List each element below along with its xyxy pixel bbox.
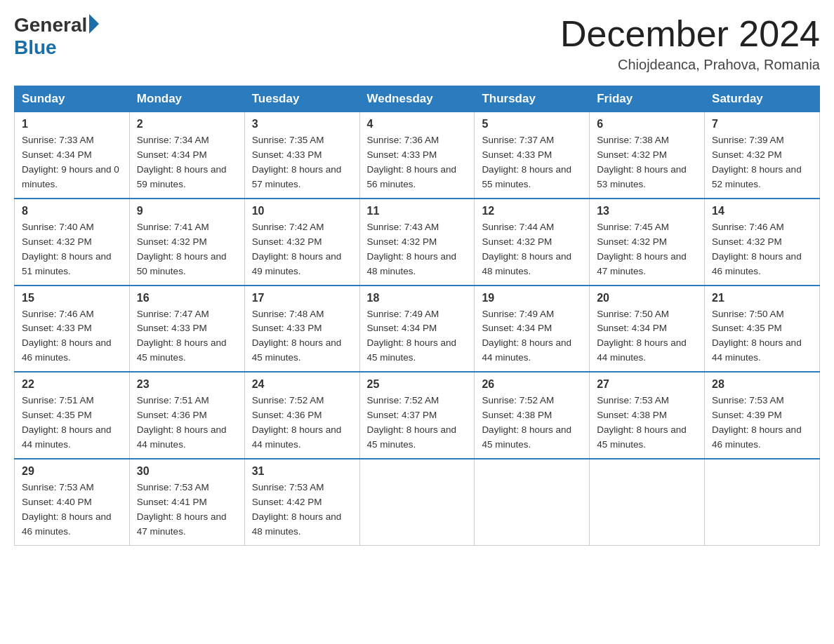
day-number: 28 <box>712 378 812 391</box>
weekday-header-sunday: Sunday <box>15 86 130 112</box>
day-cell-29: 29Sunrise: 7:53 AMSunset: 4:40 PMDayligh… <box>15 459 130 545</box>
day-cell-22: 22Sunrise: 7:51 AMSunset: 4:35 PMDayligh… <box>15 372 130 459</box>
weekday-header-saturday: Saturday <box>705 86 820 112</box>
day-cell-17: 17Sunrise: 7:48 AMSunset: 4:33 PMDayligh… <box>244 286 359 373</box>
day-cell-8: 8Sunrise: 7:40 AMSunset: 4:32 PMDaylight… <box>15 199 130 286</box>
day-number: 15 <box>22 292 122 304</box>
day-cell-10: 10Sunrise: 7:42 AMSunset: 4:32 PMDayligh… <box>244 199 359 286</box>
day-info: Sunrise: 7:53 AMSunset: 4:42 PMDaylight:… <box>252 482 342 537</box>
day-number: 5 <box>482 118 582 130</box>
day-info: Sunrise: 7:35 AMSunset: 4:33 PMDaylight:… <box>252 135 342 189</box>
logo-general-text: General <box>14 14 87 36</box>
day-cell-26: 26Sunrise: 7:52 AMSunset: 4:38 PMDayligh… <box>475 372 590 459</box>
day-number: 29 <box>22 465 122 478</box>
day-number: 22 <box>22 378 122 391</box>
day-info: Sunrise: 7:37 AMSunset: 4:33 PMDaylight:… <box>482 135 571 189</box>
day-info: Sunrise: 7:38 AMSunset: 4:32 PMDaylight:… <box>597 135 687 189</box>
empty-cell <box>705 459 820 545</box>
week-row-2: 8Sunrise: 7:40 AMSunset: 4:32 PMDaylight… <box>15 199 820 286</box>
day-info: Sunrise: 7:50 AMSunset: 4:34 PMDaylight:… <box>597 309 687 363</box>
page-title: December 2024 <box>560 14 820 54</box>
day-cell-2: 2Sunrise: 7:34 AMSunset: 4:34 PMDaylight… <box>129 112 244 199</box>
day-info: Sunrise: 7:47 AMSunset: 4:33 PMDaylight:… <box>137 309 227 363</box>
logo-blue-text: Blue <box>14 36 57 59</box>
weekday-header-tuesday: Tuesday <box>244 86 359 112</box>
day-info: Sunrise: 7:46 AMSunset: 4:32 PMDaylight:… <box>712 222 802 276</box>
day-cell-28: 28Sunrise: 7:53 AMSunset: 4:39 PMDayligh… <box>705 372 820 459</box>
subtitle: Chiojdeanca, Prahova, Romania <box>560 57 820 73</box>
day-cell-1: 1Sunrise: 7:33 AMSunset: 4:34 PMDaylight… <box>15 112 130 199</box>
day-number: 24 <box>252 378 352 391</box>
day-info: Sunrise: 7:43 AMSunset: 4:32 PMDaylight:… <box>367 222 457 276</box>
day-number: 26 <box>482 378 582 391</box>
empty-cell <box>359 459 475 545</box>
day-cell-12: 12Sunrise: 7:44 AMSunset: 4:32 PMDayligh… <box>475 199 590 286</box>
day-info: Sunrise: 7:46 AMSunset: 4:33 PMDaylight:… <box>22 309 112 363</box>
day-number: 2 <box>137 118 237 130</box>
header: General Blue December 2024 Chiojdeanca, … <box>14 14 820 73</box>
logo: General Blue <box>14 14 99 59</box>
day-number: 7 <box>712 118 812 130</box>
day-info: Sunrise: 7:52 AMSunset: 4:38 PMDaylight:… <box>482 395 571 450</box>
day-number: 14 <box>712 205 812 217</box>
day-info: Sunrise: 7:53 AMSunset: 4:38 PMDaylight:… <box>597 395 687 450</box>
day-info: Sunrise: 7:49 AMSunset: 4:34 PMDaylight:… <box>367 309 457 363</box>
day-number: 16 <box>137 292 237 304</box>
day-cell-7: 7Sunrise: 7:39 AMSunset: 4:32 PMDaylight… <box>705 112 820 199</box>
day-cell-27: 27Sunrise: 7:53 AMSunset: 4:38 PMDayligh… <box>590 372 705 459</box>
day-number: 8 <box>22 205 122 217</box>
title-area: December 2024 Chiojdeanca, Prahova, Roma… <box>560 14 820 73</box>
day-cell-15: 15Sunrise: 7:46 AMSunset: 4:33 PMDayligh… <box>15 286 130 373</box>
day-number: 4 <box>367 118 468 130</box>
weekday-header-wednesday: Wednesday <box>359 86 475 112</box>
day-number: 12 <box>482 205 582 217</box>
day-info: Sunrise: 7:50 AMSunset: 4:35 PMDaylight:… <box>712 309 802 363</box>
day-number: 19 <box>482 292 582 304</box>
weekday-header-monday: Monday <box>129 86 244 112</box>
day-number: 13 <box>597 205 697 217</box>
day-cell-18: 18Sunrise: 7:49 AMSunset: 4:34 PMDayligh… <box>359 286 475 373</box>
day-cell-5: 5Sunrise: 7:37 AMSunset: 4:33 PMDaylight… <box>475 112 590 199</box>
day-cell-6: 6Sunrise: 7:38 AMSunset: 4:32 PMDaylight… <box>590 112 705 199</box>
day-cell-25: 25Sunrise: 7:52 AMSunset: 4:37 PMDayligh… <box>359 372 475 459</box>
day-number: 27 <box>597 378 697 391</box>
day-info: Sunrise: 7:41 AMSunset: 4:32 PMDaylight:… <box>137 222 227 276</box>
day-cell-4: 4Sunrise: 7:36 AMSunset: 4:33 PMDaylight… <box>359 112 475 199</box>
day-number: 10 <box>252 205 352 217</box>
day-info: Sunrise: 7:39 AMSunset: 4:32 PMDaylight:… <box>712 135 802 189</box>
weekday-header-friday: Friday <box>590 86 705 112</box>
day-cell-24: 24Sunrise: 7:52 AMSunset: 4:36 PMDayligh… <box>244 372 359 459</box>
day-info: Sunrise: 7:33 AMSunset: 4:34 PMDaylight:… <box>22 135 119 189</box>
logo-arrow-icon <box>89 14 99 34</box>
day-number: 11 <box>367 205 468 217</box>
day-number: 25 <box>367 378 468 391</box>
day-cell-3: 3Sunrise: 7:35 AMSunset: 4:33 PMDaylight… <box>244 112 359 199</box>
day-cell-13: 13Sunrise: 7:45 AMSunset: 4:32 PMDayligh… <box>590 199 705 286</box>
day-cell-23: 23Sunrise: 7:51 AMSunset: 4:36 PMDayligh… <box>129 372 244 459</box>
calendar: SundayMondayTuesdayWednesdayThursdayFrid… <box>14 86 820 545</box>
day-cell-30: 30Sunrise: 7:53 AMSunset: 4:41 PMDayligh… <box>129 459 244 545</box>
day-info: Sunrise: 7:42 AMSunset: 4:32 PMDaylight:… <box>252 222 342 276</box>
day-number: 6 <box>597 118 697 130</box>
empty-cell <box>590 459 705 545</box>
day-info: Sunrise: 7:52 AMSunset: 4:36 PMDaylight:… <box>252 395 342 450</box>
day-number: 17 <box>252 292 352 304</box>
day-number: 1 <box>22 118 122 130</box>
day-number: 31 <box>252 465 352 478</box>
week-row-1: 1Sunrise: 7:33 AMSunset: 4:34 PMDaylight… <box>15 112 820 199</box>
day-number: 9 <box>137 205 237 217</box>
day-cell-19: 19Sunrise: 7:49 AMSunset: 4:34 PMDayligh… <box>475 286 590 373</box>
day-cell-9: 9Sunrise: 7:41 AMSunset: 4:32 PMDaylight… <box>129 199 244 286</box>
day-info: Sunrise: 7:53 AMSunset: 4:40 PMDaylight:… <box>22 482 112 537</box>
week-row-4: 22Sunrise: 7:51 AMSunset: 4:35 PMDayligh… <box>15 372 820 459</box>
day-info: Sunrise: 7:53 AMSunset: 4:41 PMDaylight:… <box>137 482 227 537</box>
day-info: Sunrise: 7:44 AMSunset: 4:32 PMDaylight:… <box>482 222 571 276</box>
day-cell-14: 14Sunrise: 7:46 AMSunset: 4:32 PMDayligh… <box>705 199 820 286</box>
day-info: Sunrise: 7:49 AMSunset: 4:34 PMDaylight:… <box>482 309 571 363</box>
day-number: 21 <box>712 292 812 304</box>
empty-cell <box>475 459 590 545</box>
day-number: 23 <box>137 378 237 391</box>
day-cell-21: 21Sunrise: 7:50 AMSunset: 4:35 PMDayligh… <box>705 286 820 373</box>
day-info: Sunrise: 7:34 AMSunset: 4:34 PMDaylight:… <box>137 135 227 189</box>
day-info: Sunrise: 7:51 AMSunset: 4:35 PMDaylight:… <box>22 395 112 450</box>
